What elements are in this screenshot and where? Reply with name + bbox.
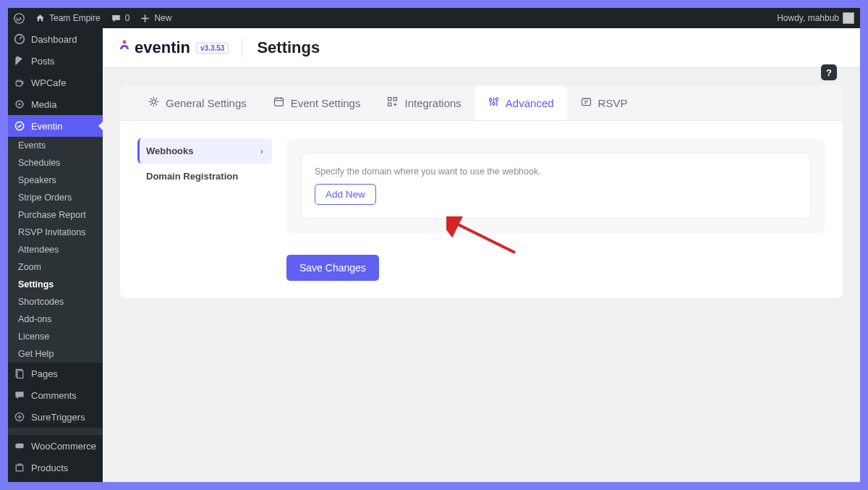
submenu-stripe-orders[interactable]: Stripe Orders (8, 189, 103, 206)
svg-rect-12 (274, 98, 283, 106)
rsvp-icon (580, 96, 592, 110)
svg-rect-6 (17, 371, 23, 378)
pages-icon (14, 368, 25, 379)
comments-link[interactable]: 0 (111, 13, 130, 24)
sidebar-item-dashboard[interactable]: Dashboard (8, 28, 103, 50)
comments-icon (14, 389, 25, 401)
tab-event-settings[interactable]: Event Settings (260, 85, 374, 120)
site-link[interactable]: Team Empire (35, 13, 101, 24)
svg-rect-13 (388, 98, 391, 101)
svg-point-18 (495, 98, 498, 100)
side-menu-webhooks[interactable]: Webhooks › (137, 138, 272, 164)
new-link[interactable]: New (140, 13, 171, 24)
avatar (843, 12, 854, 24)
dashboard-icon (14, 33, 25, 45)
help-icon[interactable]: ? (821, 64, 837, 80)
admin-bar: Team Empire 0 New Howdy, mahbub (8, 8, 860, 28)
sidebar-item-comments[interactable]: Comments (8, 384, 103, 406)
svg-point-11 (152, 100, 156, 104)
sidebar-item-products[interactable]: Products (8, 457, 103, 478)
main-content: eventin v3.3.53 Settings ? General Setti… (103, 28, 860, 482)
svg-point-3 (18, 103, 20, 105)
submenu-settings[interactable]: Settings (8, 276, 103, 293)
admin-sidebar: Dashboard Posts WPCafe Media Eventin Eve… (8, 28, 103, 482)
wpcafe-icon (14, 77, 25, 88)
add-new-button[interactable]: Add New (315, 184, 376, 205)
version-badge: v3.3.53 (196, 43, 229, 54)
sidebar-item-wpcafe[interactable]: WPCafe (8, 72, 103, 93)
site-name: Team Empire (49, 13, 101, 23)
suretriggers-icon (14, 411, 25, 423)
sidebar-item-media[interactable]: Media (8, 93, 103, 115)
submenu-shortcodes[interactable]: Shortcodes (8, 293, 103, 311)
advanced-side-menu: Webhooks › Domain Registration (137, 138, 272, 189)
sidebar-submenu: Events Schedules Speakers Stripe Orders … (8, 137, 103, 363)
woocommerce-icon (14, 440, 25, 452)
submenu-rsvp-invitations[interactable]: RSVP Invitations (8, 224, 103, 241)
tab-rsvp[interactable]: RSVP (567, 85, 641, 120)
brand-name-text: eventin (135, 38, 190, 57)
svg-rect-9 (16, 465, 23, 471)
submenu-add-ons[interactable]: Add-ons (8, 311, 103, 328)
svg-rect-8 (15, 444, 23, 448)
chevron-right-icon: › (260, 146, 263, 156)
settings-tabs: General Settings Event Settings Integrat… (120, 85, 843, 121)
brand: eventin v3.3.53 (117, 38, 242, 57)
page-header: eventin v3.3.53 Settings (103, 28, 860, 68)
tab-integrations[interactable]: Integrations (373, 85, 474, 120)
svg-rect-14 (394, 98, 397, 101)
side-menu-domain-registration[interactable]: Domain Registration (137, 164, 272, 189)
webhook-panel: Specify the domain where you want to use… (301, 153, 811, 219)
submenu-get-help[interactable]: Get Help (8, 345, 103, 363)
svg-point-17 (493, 102, 495, 104)
posts-icon (14, 55, 25, 67)
sidebar-item-posts[interactable]: Posts (8, 50, 103, 72)
svg-rect-15 (388, 103, 391, 106)
submenu-zoom[interactable]: Zoom (8, 258, 103, 276)
tab-advanced[interactable]: Advanced (475, 85, 567, 120)
submenu-purchase-report[interactable]: Purchase Report (8, 206, 103, 224)
wp-logo[interactable] (14, 13, 25, 24)
save-changes-button[interactable]: Save Changes (286, 255, 379, 281)
submenu-events[interactable]: Events (8, 137, 103, 154)
svg-point-10 (123, 40, 127, 43)
calendar-icon (273, 96, 285, 110)
svg-rect-19 (582, 98, 590, 105)
submenu-attendees[interactable]: Attendees (8, 241, 103, 258)
sidebar-item-suretriggers[interactable]: SureTriggers (8, 406, 103, 428)
svg-point-16 (489, 98, 491, 101)
integrations-icon (386, 96, 399, 110)
media-icon (14, 98, 25, 110)
page-title: Settings (257, 38, 320, 57)
submenu-license[interactable]: License (8, 328, 103, 345)
sidebar-item-pages[interactable]: Pages (8, 363, 103, 384)
webhook-description: Specify the domain where you want to use… (315, 166, 797, 177)
gear-icon (148, 96, 160, 110)
comments-count: 0 (125, 13, 130, 23)
user-greeting[interactable]: Howdy, mahbub (777, 12, 854, 24)
eventin-icon (14, 120, 25, 132)
new-label: New (154, 13, 171, 23)
products-icon (14, 462, 25, 473)
sidebar-item-eventin[interactable]: Eventin (8, 115, 103, 137)
sidebar-item-woocommerce[interactable]: WooCommerce (8, 435, 103, 457)
sliders-icon (488, 96, 500, 110)
tab-general-settings[interactable]: General Settings (135, 85, 260, 120)
submenu-schedules[interactable]: Schedules (8, 154, 103, 172)
submenu-speakers[interactable]: Speakers (8, 172, 103, 189)
brand-logo-icon (117, 39, 132, 57)
